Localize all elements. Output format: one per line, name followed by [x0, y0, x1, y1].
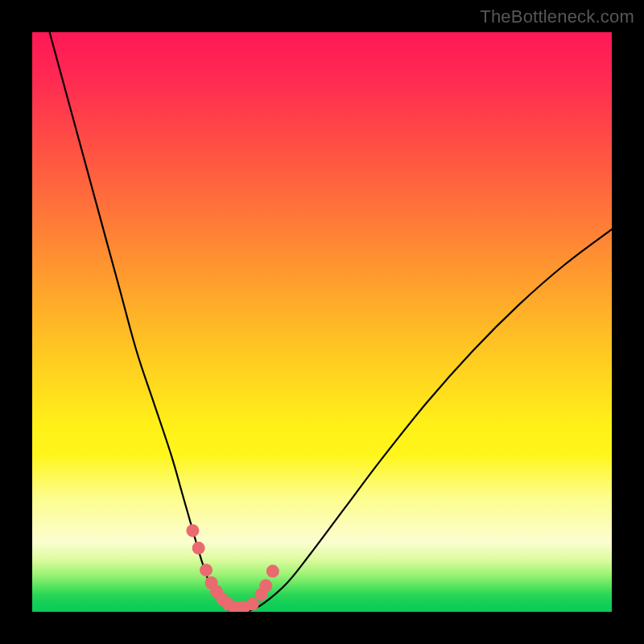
highlight-dot	[246, 598, 259, 611]
highlight-dot	[266, 565, 279, 578]
highlight-dot	[259, 580, 272, 592]
curve-svg	[32, 32, 612, 612]
highlight-dots-group	[186, 524, 279, 612]
highlight-dot	[186, 524, 199, 537]
watermark-text: TheBottleneck.com	[480, 6, 634, 27]
chart-frame: TheBottleneck.com	[0, 0, 644, 644]
highlight-dot	[192, 542, 205, 555]
plot-area	[32, 32, 612, 612]
bottleneck-curve	[50, 32, 612, 612]
highlight-dot	[200, 564, 213, 576]
